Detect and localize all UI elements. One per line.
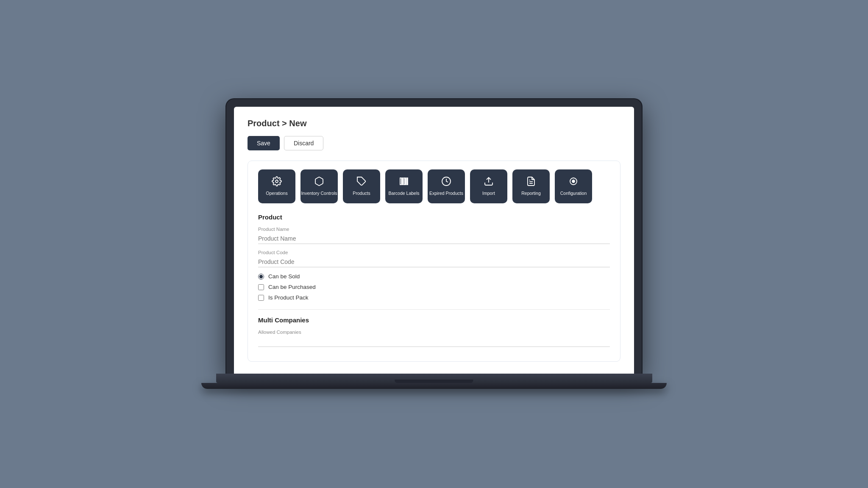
operations-label: Operations [266, 191, 287, 197]
product-section-title: Product [258, 214, 610, 221]
svg-point-12 [572, 180, 575, 183]
svg-rect-4 [404, 178, 405, 185]
can-be-purchased-label: Can be Purchased [268, 284, 316, 290]
menu-item-products[interactable]: Products [343, 169, 380, 203]
reporting-label: Reporting [521, 191, 541, 197]
menu-icons-row: Operations Inventory Controls Products B… [258, 169, 610, 203]
is-product-pack-label: Is Product Pack [268, 294, 309, 301]
checkbox-row-is-product-pack: Is Product Pack [258, 294, 610, 301]
menu-item-import[interactable]: Import [470, 169, 507, 203]
menu-item-operations[interactable]: Operations [258, 169, 295, 203]
inventory-controls-icon [314, 176, 324, 188]
reporting-icon [526, 176, 536, 188]
product-code-label: Product Code [258, 250, 610, 255]
allowed-companies-field: Allowed Companies [258, 330, 610, 347]
section-divider [258, 309, 610, 310]
can-be-sold-label: Can be Sold [268, 273, 300, 280]
product-code-input[interactable] [258, 257, 610, 267]
menu-item-expired-products[interactable]: Expired Products [428, 169, 465, 203]
screen: Product > New Save Discard Operations [234, 107, 634, 374]
product-name-field: Product Name [258, 227, 610, 244]
breadcrumb: Product > New [248, 119, 620, 128]
laptop-shell: Product > New Save Discard Operations [226, 99, 642, 389]
barcode-labels-label: Barcode Labels [389, 191, 420, 197]
import-label: Import [482, 191, 495, 197]
save-button[interactable]: Save [248, 136, 280, 150]
screen-bezel: Product > New Save Discard Operations [226, 99, 642, 374]
import-icon [484, 176, 494, 188]
checkbox-row-can-be-purchased: Can be Purchased [258, 284, 610, 290]
discard-button[interactable]: Discard [284, 136, 323, 150]
configuration-label: Configuration [560, 191, 587, 197]
toolbar: Save Discard [248, 136, 620, 150]
menu-item-reporting[interactable]: Reporting [512, 169, 550, 203]
multi-companies-section-title: Multi Companies [258, 316, 610, 324]
allowed-companies-input[interactable] [258, 336, 610, 347]
laptop-bottom [201, 383, 667, 389]
expired-products-icon [441, 176, 451, 188]
can-be-purchased-checkbox[interactable] [258, 284, 264, 290]
svg-rect-3 [402, 178, 403, 185]
app-content: Product > New Save Discard Operations [234, 107, 634, 374]
products-icon [356, 176, 367, 188]
menu-item-configuration[interactable]: Configuration [555, 169, 592, 203]
svg-rect-6 [407, 178, 408, 185]
operations-icon [272, 176, 282, 188]
menu-item-barcode-labels[interactable]: Barcode Labels [385, 169, 423, 203]
menu-item-inventory-controls[interactable]: Inventory Controls [300, 169, 338, 203]
barcode-labels-icon [399, 176, 409, 188]
product-code-field: Product Code [258, 250, 610, 267]
svg-rect-5 [406, 178, 406, 185]
svg-rect-2 [400, 178, 401, 185]
can-be-sold-radio[interactable] [258, 274, 264, 280]
svg-point-0 [275, 180, 278, 183]
configuration-icon [568, 176, 579, 188]
product-name-input[interactable] [258, 233, 610, 244]
product-name-label: Product Name [258, 227, 610, 232]
checkbox-row-can-be-sold: Can be Sold [258, 273, 610, 280]
laptop-base [216, 374, 652, 383]
inventory-controls-label: Inventory Controls [301, 191, 337, 197]
form-card: Operations Inventory Controls Products B… [248, 161, 620, 362]
products-label: Products [353, 191, 370, 197]
allowed-companies-label: Allowed Companies [258, 330, 610, 335]
checkboxes-group: Can be Sold Can be Purchased Is Product … [258, 273, 610, 301]
expired-products-label: Expired Products [429, 191, 463, 197]
is-product-pack-checkbox[interactable] [258, 295, 264, 301]
